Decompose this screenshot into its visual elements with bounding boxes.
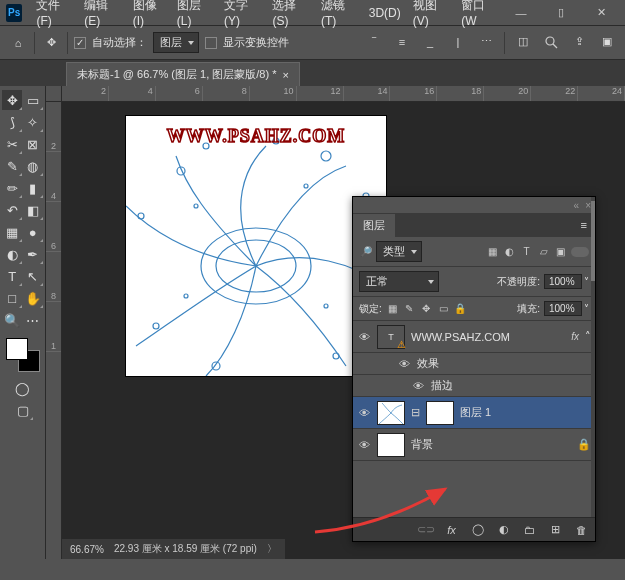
fx-menu-icon[interactable]: fx: [444, 522, 459, 537]
gradient-tool[interactable]: ▦: [2, 222, 22, 242]
scrollbar-vertical[interactable]: [591, 197, 595, 541]
new-group-icon[interactable]: 🗀: [522, 522, 537, 537]
layer-name[interactable]: 背景: [411, 437, 433, 452]
hand-tool[interactable]: ✋: [23, 288, 43, 308]
menu-layer[interactable]: 图层(L): [171, 0, 218, 31]
move-icon[interactable]: ✥: [41, 33, 61, 53]
align-left-icon[interactable]: |: [448, 32, 468, 52]
eyedropper-tool[interactable]: ✎: [2, 156, 22, 176]
type-tool[interactable]: T: [2, 266, 22, 286]
show-transform-checkbox[interactable]: [205, 37, 217, 49]
menu-3d[interactable]: 3D(D): [363, 3, 407, 23]
menu-select[interactable]: 选择(S): [266, 0, 314, 31]
visibility-toggle[interactable]: 👁: [357, 331, 371, 343]
lasso-tool[interactable]: ⟆: [2, 112, 22, 132]
visibility-toggle[interactable]: 👁: [357, 439, 371, 451]
filter-pixel-icon[interactable]: ▦: [486, 245, 499, 258]
layer-effect-stroke[interactable]: 👁 描边: [353, 375, 595, 397]
lock-position-icon[interactable]: ✥: [420, 302, 433, 315]
layer-row[interactable]: 👁 背景 🔒: [353, 429, 595, 461]
search-icon[interactable]: [541, 32, 561, 52]
filter-type-icon[interactable]: T: [520, 245, 533, 258]
layers-tab[interactable]: 图层: [353, 214, 395, 237]
new-layer-icon[interactable]: ⊞: [548, 522, 563, 537]
fx-badge[interactable]: fx: [571, 331, 579, 342]
menu-window[interactable]: 窗口(W: [455, 0, 503, 31]
lock-transparent-icon[interactable]: ▦: [386, 302, 399, 315]
history-brush-tool[interactable]: ↶: [2, 200, 22, 220]
dodge-tool[interactable]: ◐: [2, 244, 22, 264]
close-tab-icon[interactable]: ×: [282, 69, 288, 81]
lock-artboard-icon[interactable]: ▭: [437, 302, 450, 315]
window-close[interactable]: ✕: [583, 3, 619, 23]
delete-layer-icon[interactable]: 🗑: [574, 522, 589, 537]
healing-tool[interactable]: ◍: [23, 156, 43, 176]
align-bottom-icon[interactable]: _: [420, 32, 440, 52]
visibility-toggle[interactable]: 👁: [411, 380, 425, 392]
menu-filter[interactable]: 滤镜(T): [315, 0, 363, 31]
3d-mode-icon[interactable]: ◫: [513, 32, 533, 52]
ruler-horizontal[interactable]: 24681012141618202224: [62, 86, 625, 102]
layer-name[interactable]: WWW.PSAHZ.COM: [411, 331, 510, 343]
lock-all-icon[interactable]: 🔒: [454, 302, 467, 315]
window-maximize[interactable]: ▯: [543, 3, 579, 23]
share-icon[interactable]: ⇪: [569, 32, 589, 52]
layer-row[interactable]: 👁 ⊟ 图层 1: [353, 397, 595, 429]
zoom-tool[interactable]: 🔍: [2, 310, 22, 330]
visibility-toggle[interactable]: 👁: [357, 407, 371, 419]
blend-mode-dropdown[interactable]: 正常: [359, 271, 439, 292]
layer-thumb[interactable]: [377, 401, 405, 425]
layer-thumb-text[interactable]: T⚠: [377, 325, 405, 349]
ruler-vertical[interactable]: 24681: [46, 102, 62, 559]
magic-wand-tool[interactable]: ✧: [23, 112, 43, 132]
filter-type-dropdown[interactable]: 类型: [376, 241, 422, 262]
shape-tool[interactable]: □: [2, 288, 22, 308]
menu-file[interactable]: 文件(F): [30, 0, 78, 31]
auto-select-checkbox[interactable]: [74, 37, 86, 49]
clone-tool[interactable]: ▮: [23, 178, 43, 198]
document-canvas[interactable]: WWW.PSAHZ.COM: [126, 116, 386, 376]
menu-type[interactable]: 文字(Y): [218, 0, 266, 31]
align-middle-icon[interactable]: ≡: [392, 32, 412, 52]
eraser-tool[interactable]: ◧: [23, 200, 43, 220]
adjustment-icon[interactable]: ◐: [496, 522, 511, 537]
filter-search-icon[interactable]: 🔎: [359, 245, 372, 258]
menu-image[interactable]: 图像(I): [127, 0, 171, 31]
blur-tool[interactable]: ●: [23, 222, 43, 242]
document-tab[interactable]: 未标题-1 @ 66.7% (图层 1, 图层蒙版/8) * ×: [66, 62, 300, 86]
foreground-swatch[interactable]: [6, 338, 28, 360]
path-tool[interactable]: ↖: [23, 266, 43, 286]
move-tool[interactable]: ✥: [2, 90, 22, 110]
filter-shape-icon[interactable]: ▱: [537, 245, 550, 258]
brush-tool[interactable]: ✏: [2, 178, 22, 198]
visibility-toggle[interactable]: 👁: [397, 358, 411, 370]
opacity-input[interactable]: 100%: [544, 274, 582, 289]
align-top-icon[interactable]: ‾: [364, 32, 384, 52]
frame-tool[interactable]: ⊠: [23, 134, 43, 154]
zoom-level[interactable]: 66.67%: [70, 544, 104, 555]
marquee-tool[interactable]: ▭: [23, 90, 43, 110]
filter-adjust-icon[interactable]: ◐: [503, 245, 516, 258]
mask-thumb[interactable]: [426, 401, 454, 425]
layer-name[interactable]: 图层 1: [460, 405, 491, 420]
filter-smart-icon[interactable]: ▣: [554, 245, 567, 258]
crop-tool[interactable]: ✂: [2, 134, 22, 154]
fill-chevron-icon[interactable]: ˅: [584, 303, 589, 314]
ruler-origin[interactable]: [46, 86, 62, 102]
menu-view[interactable]: 视图(V): [407, 0, 455, 31]
pen-tool[interactable]: ✒: [23, 244, 43, 264]
workspace-icon[interactable]: ▣: [597, 32, 617, 52]
fill-input[interactable]: 100%: [544, 301, 582, 316]
collapse-icon[interactable]: «: [574, 200, 580, 211]
opacity-chevron-icon[interactable]: ˅: [584, 276, 589, 287]
color-swatches[interactable]: [6, 338, 40, 372]
filter-toggle[interactable]: [571, 247, 589, 257]
home-icon[interactable]: ⌂: [8, 33, 28, 53]
auto-select-dropdown[interactable]: 图层: [153, 32, 199, 53]
lock-image-icon[interactable]: ✎: [403, 302, 416, 315]
screen-mode[interactable]: ▢: [13, 400, 33, 420]
edit-toolbar[interactable]: ⋯: [23, 310, 43, 330]
status-more[interactable]: 〉: [267, 542, 277, 556]
more-icon[interactable]: ⋯: [476, 32, 496, 52]
add-mask-icon[interactable]: ◯: [470, 522, 485, 537]
